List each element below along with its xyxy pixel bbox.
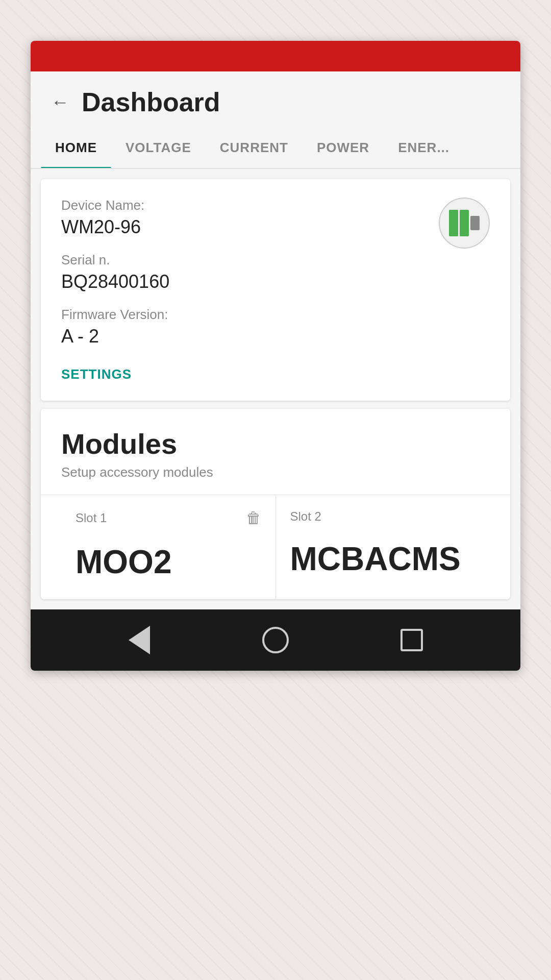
tab-voltage[interactable]: VOLTAGE — [111, 128, 206, 168]
tab-bar: HOME VOLTAGE CURRENT POWER ENER... — [31, 128, 520, 169]
nav-recents-icon — [400, 629, 423, 651]
tab-energy[interactable]: ENER... — [384, 128, 464, 168]
back-button[interactable]: ← — [51, 93, 69, 111]
nav-recents-button[interactable] — [394, 622, 430, 658]
nav-home-icon — [262, 627, 289, 653]
tab-current[interactable]: CURRENT — [206, 128, 303, 168]
app-container: ← Dashboard HOME VOLTAGE CURRENT POWER E… — [31, 41, 520, 671]
device-name-block: Device Name: WM20-96 — [61, 198, 490, 238]
modules-subtitle: Setup accessory modules — [61, 464, 490, 480]
page-title: Dashboard — [82, 87, 220, 117]
modules-card: Modules Setup accessory modules Slot 1 🗑… — [41, 409, 510, 599]
serial-number-block: Serial n. BQ28400160 — [61, 252, 490, 292]
battery-bar-2 — [460, 210, 469, 236]
battery-bar-1 — [449, 210, 458, 236]
battery-icon — [449, 210, 480, 236]
main-content: Device Name: WM20-96 Serial n. BQ2840016… — [31, 169, 520, 609]
nav-home-button[interactable] — [258, 622, 293, 658]
tab-home[interactable]: HOME — [41, 128, 111, 168]
battery-bar-3 — [470, 216, 480, 230]
status-bar — [31, 41, 520, 71]
device-status-icon — [439, 198, 490, 249]
firmware-block: Firmware Version: A - 2 — [61, 307, 490, 347]
serial-label: Serial n. — [61, 252, 490, 268]
slot-2-label: Slot 2 — [290, 509, 321, 524]
slot-1-label: Slot 1 — [76, 511, 107, 525]
firmware-value: A - 2 — [61, 326, 490, 347]
nav-back-button[interactable] — [121, 622, 157, 658]
firmware-label: Firmware Version: — [61, 307, 490, 323]
header: ← Dashboard — [31, 71, 520, 128]
slot-1-header: Slot 1 🗑 — [76, 509, 261, 527]
slot-2-header: Slot 2 — [290, 509, 476, 524]
device-name-label: Device Name: — [61, 198, 490, 213]
slot-1-module: MOO2 — [76, 543, 261, 581]
delete-icon[interactable]: 🗑 — [246, 509, 261, 527]
slot-1[interactable]: Slot 1 🗑 MOO2 — [61, 495, 276, 599]
settings-link[interactable]: SETTINGS — [61, 366, 490, 382]
modules-title: Modules — [61, 427, 490, 460]
device-name-value: WM20-96 — [61, 216, 490, 238]
serial-value: BQ28400160 — [61, 271, 490, 292]
nav-back-icon — [129, 626, 150, 654]
device-info-card: Device Name: WM20-96 Serial n. BQ2840016… — [41, 179, 510, 401]
slot-2-module: MCBACMS — [290, 540, 476, 578]
bottom-nav — [31, 609, 520, 671]
tab-power[interactable]: POWER — [303, 128, 384, 168]
slot-2[interactable]: Slot 2 MCBACMS — [276, 495, 490, 599]
slots-row: Slot 1 🗑 MOO2 Slot 2 MCBACMS — [61, 495, 490, 599]
